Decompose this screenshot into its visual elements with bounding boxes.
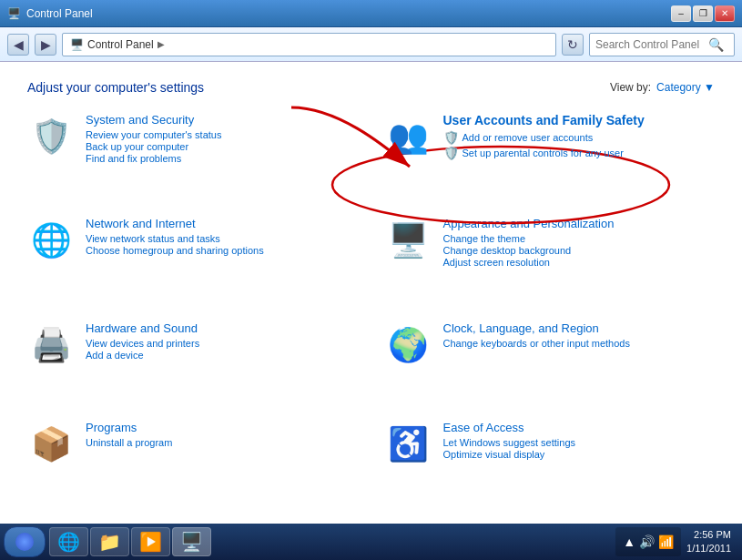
- taskbar-items: 🌐 📁 ▶️ 🖥️: [49, 527, 612, 556]
- window-icon: 🖥️: [7, 7, 21, 20]
- breadcrumb-bar[interactable]: 🖥️ Control Panel ▶: [62, 33, 556, 56]
- clock-time: 2:56 PM: [686, 528, 731, 542]
- programs-content: Programs Uninstall a program: [86, 421, 358, 449]
- breadcrumb-arrow: ▶: [158, 39, 165, 49]
- main-content: Adjust your computer's settings View by:…: [0, 62, 742, 524]
- category-ease-of-access: ♿ Ease of Access Let Windows suggest set…: [385, 421, 716, 505]
- breadcrumb-icon: 🖥️: [70, 38, 84, 51]
- appearance-title[interactable]: Appearance and Personalization: [443, 217, 716, 230]
- ease-of-access-content: Ease of Access Let Windows suggest setti…: [443, 421, 716, 461]
- hardware-link-2[interactable]: Add a device: [86, 350, 358, 361]
- programs-title[interactable]: Programs: [86, 421, 358, 434]
- hardware-link-1[interactable]: View devices and printers: [86, 338, 358, 349]
- hardware-title[interactable]: Hardware and Sound: [86, 321, 358, 335]
- clock-content: Clock, Language, and Region Change keybo…: [443, 321, 716, 350]
- address-bar: ◀ ▶ 🖥️ Control Panel ▶ ↻ 🔍: [0, 27, 742, 62]
- search-icon: 🔍: [708, 37, 724, 52]
- network-title[interactable]: Network and Internet: [86, 217, 358, 230]
- window-title: Control Panel: [26, 7, 93, 20]
- minimize-button[interactable]: –: [671, 5, 691, 22]
- search-bar: 🔍: [589, 33, 735, 56]
- category-programs: 📦 Programs Uninstall a program: [27, 421, 358, 505]
- ease-of-access-icon: ♿: [385, 421, 432, 468]
- view-by-dropdown[interactable]: Category ▼: [656, 81, 715, 94]
- category-appearance: 🖥️ Appearance and Personalization Change…: [385, 217, 716, 306]
- appearance-icon: 🖥️: [385, 217, 432, 264]
- shield-icon-1: 🛡️: [443, 130, 459, 145]
- hardware-content: Hardware and Sound View devices and prin…: [86, 321, 358, 361]
- user-accounts-link-2[interactable]: 🛡️ Set up parental controls for any user: [443, 146, 716, 160]
- clock-icon: 🌍: [385, 321, 432, 369]
- breadcrumb-text: Control Panel: [87, 38, 154, 51]
- ease-of-access-link-1[interactable]: Let Windows suggest settings: [443, 437, 716, 448]
- system-security-link-1[interactable]: Review your computer's status: [86, 129, 358, 140]
- taskbar: 🌐 📁 ▶️ 🖥️ ▲ 🔊 📶 2:56 PM 1/11/2011: [0, 524, 742, 560]
- network-icon-tray: 📶: [658, 535, 674, 549]
- close-button[interactable]: ✕: [715, 5, 735, 22]
- appearance-link-3[interactable]: Adjust screen resolution: [443, 257, 716, 268]
- category-hardware: 🖨️ Hardware and Sound View devices and p…: [27, 321, 358, 406]
- back-button[interactable]: ◀: [7, 34, 29, 56]
- volume-icon: 🔊: [639, 535, 655, 549]
- user-accounts-content: User Accounts and Family Safety 🛡️ Add o…: [443, 113, 716, 161]
- title-bar-controls: – ❐ ✕: [671, 5, 735, 22]
- clock-date: 1/11/2011: [686, 542, 731, 555]
- category-user-accounts: 👥 User Accounts and Family Safety 🛡️ Add…: [385, 113, 716, 202]
- title-bar: 🖥️ Control Panel – ❐ ✕: [0, 0, 742, 27]
- taskbar-right: ▲ 🔊 📶 2:56 PM 1/11/2011: [615, 527, 738, 556]
- system-security-link-3[interactable]: Find and fix problems: [86, 153, 358, 164]
- restore-button[interactable]: ❐: [693, 5, 713, 22]
- clock-link-1[interactable]: Change keyboards or other input methods: [443, 338, 716, 349]
- system-tray: ▲ 🔊 📶: [615, 527, 681, 556]
- clock-title[interactable]: Clock, Language, and Region: [443, 321, 716, 335]
- network-content: Network and Internet View network status…: [86, 217, 358, 257]
- user-accounts-title[interactable]: User Accounts and Family Safety: [443, 113, 716, 127]
- start-orb: [15, 533, 34, 551]
- hardware-icon: 🖨️: [27, 321, 75, 369]
- network-link-2[interactable]: Choose homegroup and sharing options: [86, 245, 358, 256]
- view-by-control: View by: Category ▼: [610, 81, 715, 94]
- system-security-title[interactable]: System and Security: [86, 113, 358, 127]
- category-system-security: 🛡️ System and Security Review your compu…: [27, 113, 358, 202]
- user-accounts-link-1[interactable]: 🛡️ Add or remove user accounts: [443, 130, 716, 145]
- clock-display[interactable]: 2:56 PM 1/11/2011: [686, 528, 731, 556]
- taskbar-ie[interactable]: 🌐: [49, 527, 88, 556]
- title-bar-left: 🖥️ Control Panel: [7, 7, 93, 20]
- system-security-icon: 🛡️: [27, 113, 75, 160]
- network-tray-icon: ▲: [623, 535, 635, 549]
- categories-grid: 🛡️ System and Security Review your compu…: [27, 113, 715, 505]
- user-accounts-icon: 👥: [385, 113, 432, 160]
- appearance-content: Appearance and Personalization Change th…: [443, 217, 716, 269]
- page-title: Adjust your computer's settings: [27, 80, 204, 95]
- refresh-button[interactable]: ↻: [562, 34, 584, 56]
- system-security-content: System and Security Review your computer…: [86, 113, 358, 165]
- search-input[interactable]: [595, 38, 705, 51]
- appearance-link-2[interactable]: Change desktop background: [443, 245, 716, 256]
- taskbar-media[interactable]: ▶️: [131, 527, 170, 556]
- ease-of-access-title[interactable]: Ease of Access: [443, 421, 716, 434]
- view-by-label: View by:: [610, 81, 651, 94]
- appearance-link-1[interactable]: Change the theme: [443, 233, 716, 244]
- shield-icon-2: 🛡️: [443, 146, 459, 160]
- ease-of-access-link-2[interactable]: Optimize visual display: [443, 449, 716, 460]
- content-header: Adjust your computer's settings View by:…: [27, 80, 715, 95]
- taskbar-explorer[interactable]: 📁: [90, 527, 129, 556]
- system-security-link-2[interactable]: Back up your computer: [86, 141, 358, 152]
- category-clock: 🌍 Clock, Language, and Region Change key…: [385, 321, 716, 406]
- start-button[interactable]: [4, 526, 46, 557]
- forward-button[interactable]: ▶: [35, 34, 56, 56]
- category-network: 🌐 Network and Internet View network stat…: [27, 217, 358, 306]
- programs-link-1[interactable]: Uninstall a program: [86, 437, 358, 448]
- network-icon: 🌐: [27, 217, 75, 264]
- programs-icon: 📦: [27, 421, 75, 468]
- network-link-1[interactable]: View network status and tasks: [86, 233, 358, 244]
- taskbar-control-panel[interactable]: 🖥️: [172, 527, 211, 556]
